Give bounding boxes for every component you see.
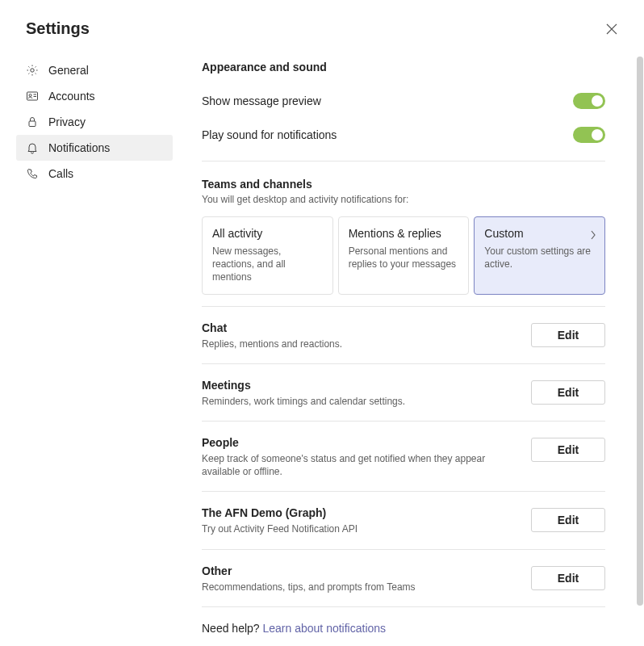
sidebar-item-calls[interactable]: Calls	[16, 161, 173, 187]
sidebar-item-notifications[interactable]: Notifications	[16, 135, 173, 161]
toggle-message-preview[interactable]	[573, 93, 605, 109]
chevron-right-icon	[590, 229, 596, 243]
help-line: Need help? Learn about notifications	[202, 622, 605, 635]
close-icon	[606, 23, 617, 35]
setting-title: The AFN Demo (Graph)	[202, 506, 518, 519]
setting-row-chat: Chat Replies, mentions and reactions. Ed…	[202, 307, 605, 364]
gear-icon	[26, 64, 39, 77]
help-link[interactable]: Learn about notifications	[263, 622, 387, 635]
edit-button-other[interactable]: Edit	[531, 566, 605, 590]
sidebar-item-label: General	[48, 64, 89, 77]
card-title: All activity	[212, 227, 323, 240]
card-all-activity[interactable]: All activity New messages, reactions, an…	[202, 216, 333, 295]
toggle-row-message-preview: Show message preview	[202, 86, 605, 120]
setting-row-other: Other Recommendations, tips, and prompts…	[202, 550, 605, 607]
sidebar-item-label: Privacy	[48, 115, 86, 128]
card-title: Mentions & replies	[349, 227, 459, 240]
svg-point-2	[29, 94, 31, 97]
setting-title: Meetings	[202, 379, 518, 392]
divider	[202, 161, 605, 162]
toggle-label: Play sound for notifications	[202, 128, 337, 141]
toggle-row-play-sound: Play sound for notifications	[202, 120, 605, 154]
sidebar-item-label: Accounts	[48, 90, 95, 103]
edit-button-people[interactable]: Edit	[531, 438, 605, 462]
setting-row-afn-demo: The AFN Demo (Graph) Try out Activity Fe…	[202, 492, 605, 549]
setting-desc: Try out Activity Feed Notification API	[202, 522, 518, 535]
sidebar-item-label: Notifications	[48, 141, 110, 154]
lock-icon	[26, 115, 39, 128]
toggle-play-sound[interactable]	[573, 127, 605, 143]
scrollbar-thumb[interactable]	[637, 57, 643, 606]
svg-rect-3	[29, 121, 36, 127]
card-custom[interactable]: Custom Your custom settings are active.	[474, 216, 605, 295]
setting-desc: Replies, mentions and reactions.	[202, 338, 518, 350]
section-heading-appearance: Appearance and sound	[202, 61, 605, 73]
card-desc: Personal mentions and replies to your me…	[349, 245, 459, 271]
card-desc: Your custom settings are active.	[484, 245, 595, 271]
scrollbar[interactable]	[636, 0, 644, 646]
toggle-label: Show message preview	[202, 94, 321, 107]
setting-desc: Recommendations, tips, and prompts from …	[202, 581, 518, 594]
page-title: Settings	[26, 19, 90, 38]
id-card-icon	[26, 90, 39, 103]
edit-button-meetings[interactable]: Edit	[531, 380, 605, 405]
setting-desc: Reminders, work timings and calendar set…	[202, 395, 518, 408]
content-panel: Appearance and sound Show message previe…	[179, 44, 644, 646]
setting-row-meetings: Meetings Reminders, work timings and cal…	[202, 364, 605, 422]
card-title: Custom	[484, 227, 595, 240]
setting-title: Other	[202, 564, 518, 577]
sidebar-item-general[interactable]: General	[16, 57, 173, 83]
section-subtext-teams: You will get desktop and activity notifi…	[202, 194, 605, 205]
setting-title: Chat	[202, 321, 518, 334]
setting-row-people: People Keep track of someone's status an…	[202, 422, 605, 492]
card-desc: New messages, reactions, and all mention…	[212, 245, 323, 284]
phone-icon	[26, 167, 39, 180]
card-mentions-replies[interactable]: Mentions & replies Personal mentions and…	[338, 216, 470, 295]
edit-button-chat[interactable]: Edit	[531, 323, 605, 347]
notification-mode-cards: All activity New messages, reactions, an…	[202, 216, 605, 295]
sidebar-item-accounts[interactable]: Accounts	[16, 83, 173, 109]
bell-icon	[26, 141, 39, 154]
sidebar: General Accounts Privacy Notifications	[0, 44, 179, 646]
sidebar-item-label: Calls	[48, 167, 73, 180]
edit-button-afn-demo[interactable]: Edit	[531, 508, 605, 532]
close-button[interactable]	[605, 23, 618, 36]
setting-title: People	[202, 436, 518, 449]
help-text: Need help?	[202, 622, 263, 635]
sidebar-item-privacy[interactable]: Privacy	[16, 109, 173, 135]
section-heading-teams: Teams and channels	[202, 178, 605, 191]
svg-point-0	[31, 69, 34, 72]
setting-desc: Keep track of someone's status and get n…	[202, 452, 518, 478]
